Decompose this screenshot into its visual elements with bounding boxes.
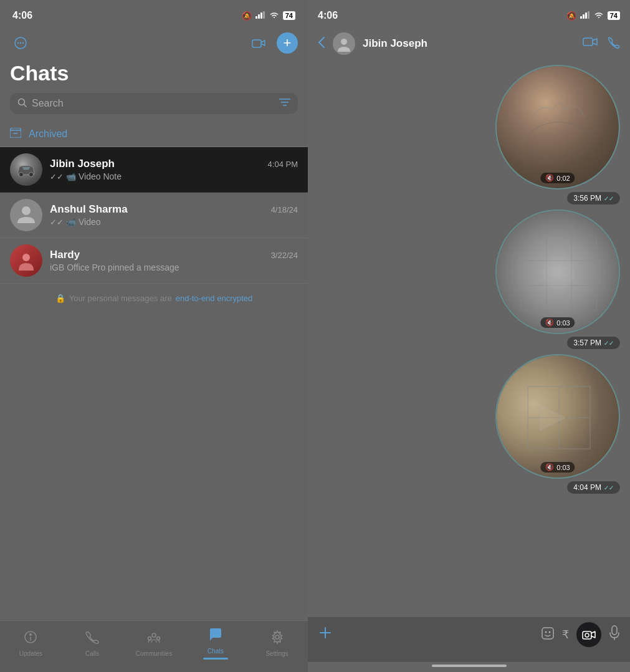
- video-note-3-circle[interactable]: 🔇 0:03: [495, 354, 620, 479]
- right-panel: 4:06 🔕 74: [308, 0, 630, 672]
- chat-name-hardy: Hardy: [50, 249, 80, 261]
- svg-point-15: [19, 173, 24, 177]
- avatar-anshul: [10, 199, 42, 231]
- tab-communities[interactable]: Communities: [123, 630, 185, 657]
- svg-point-7: [22, 42, 24, 44]
- video-note-3-content: [497, 355, 619, 478]
- messages-area: 🔇 0:02 3:56 PM ✓✓: [308, 60, 630, 617]
- chat-time-anshul: 4/18/24: [271, 205, 298, 214]
- chats-label: Chats: [208, 648, 224, 655]
- muted-icon-2: 🔇: [545, 319, 554, 327]
- svg-point-53: [549, 631, 551, 633]
- chat-header-jibin: Jibin Joseph 4:04 PM: [50, 158, 298, 170]
- svg-point-23: [148, 637, 151, 640]
- mic-button[interactable]: [609, 625, 620, 644]
- double-check-anshul: ✓✓: [50, 218, 64, 227]
- svg-point-33: [528, 122, 590, 160]
- chat-preview-jibin: ✓✓ 📹 Video Note: [50, 171, 298, 181]
- video-note-2-circle[interactable]: 🔇 0:03: [495, 209, 620, 334]
- video-note-1-circle[interactable]: 🔇 0:02: [495, 65, 620, 190]
- svg-rect-13: [10, 130, 21, 138]
- encryption-notice: 🔒 Your personal messages are end-to-end …: [0, 284, 308, 313]
- voice-call-button[interactable]: [608, 36, 620, 52]
- svg-point-18: [22, 254, 30, 261]
- filter-icon[interactable]: [279, 98, 290, 109]
- chat-name-jibin: Jibin Joseph: [50, 158, 115, 170]
- muted-badge-3: 🔇 0:03: [540, 462, 575, 473]
- sticker-button[interactable]: [541, 626, 555, 643]
- svg-rect-26: [580, 16, 582, 19]
- svg-point-42: [543, 257, 575, 289]
- tab-settings[interactable]: Settings: [246, 630, 308, 657]
- input-add-button[interactable]: [318, 625, 333, 644]
- chat-item-hardy[interactable]: Hardy 3/22/24 iGB Office Pro pinned a me…: [0, 238, 308, 284]
- duration-1: 0:02: [556, 175, 570, 182]
- status-icons-right: 🔕 74: [566, 11, 620, 21]
- archived-label: Archived: [29, 128, 67, 140]
- svg-rect-8: [252, 40, 261, 47]
- camera-button[interactable]: [248, 32, 269, 54]
- svg-point-6: [20, 42, 21, 44]
- checks-2: ✓✓: [604, 340, 614, 347]
- preview-text-jibin: Video Note: [79, 171, 122, 181]
- header-actions: [583, 36, 620, 52]
- avatar-anshul-image: [15, 202, 37, 229]
- avatar-hardy: [10, 244, 42, 277]
- rupee-button[interactable]: ₹: [562, 628, 569, 641]
- message-3: 🔇 0:03 4:04 PM ✓✓: [495, 354, 620, 494]
- svg-rect-2: [260, 12, 262, 19]
- svg-rect-29: [588, 11, 589, 19]
- svg-point-55: [585, 633, 589, 637]
- settings-icon: [270, 630, 285, 648]
- video-call-button[interactable]: [583, 36, 598, 52]
- time-bubble-2: 3:57 PM ✓✓: [567, 337, 620, 349]
- search-placeholder: Search: [32, 98, 269, 109]
- signal-icon-right: [580, 11, 590, 21]
- signal-icon-left: [255, 11, 265, 21]
- svg-rect-1: [258, 14, 260, 19]
- new-chat-button[interactable]: +: [277, 32, 298, 54]
- tab-updates[interactable]: Updates: [0, 630, 62, 657]
- svg-point-25: [275, 635, 279, 639]
- double-check-jibin: ✓✓: [50, 172, 64, 181]
- chat-header: Jibin Joseph: [308, 27, 630, 60]
- menu-button[interactable]: [10, 32, 31, 54]
- svg-rect-27: [583, 14, 585, 19]
- updates-icon: [23, 630, 38, 648]
- muted-icon-3: 🔇: [545, 463, 554, 471]
- checks-3: ✓✓: [604, 484, 614, 491]
- preview-text-hardy: iGB Office Pro pinned a message: [50, 262, 179, 272]
- header-name[interactable]: Jibin Joseph: [363, 37, 575, 50]
- search-bar[interactable]: Search: [10, 93, 298, 114]
- bottom-tab-bar: Updates Calls Communities: [0, 620, 308, 672]
- video-note-1-background: [497, 66, 619, 188]
- tab-chats[interactable]: Chats: [184, 627, 246, 660]
- tab-calls[interactable]: Calls: [62, 630, 123, 657]
- duration-3: 0:03: [556, 464, 570, 471]
- encryption-link[interactable]: end-to-end encrypted: [176, 294, 253, 303]
- calls-label: Calls: [85, 650, 99, 657]
- chat-item-anshul[interactable]: Anshul Sharma 4/18/24 ✓✓ 📹 Video: [0, 193, 308, 238]
- communities-icon: [146, 630, 161, 648]
- time-1: 3:56 PM: [573, 194, 601, 203]
- message-2: 🔇 0:03 3:57 PM ✓✓: [495, 209, 620, 349]
- camera-capture-button[interactable]: [576, 622, 601, 647]
- search-icon: [17, 98, 27, 109]
- chat-item-jibin[interactable]: Jibin Joseph 4:04 PM ✓✓ 📹 Video Note: [0, 147, 308, 193]
- page-title: Chats: [0, 59, 308, 93]
- header-avatar: [333, 32, 355, 55]
- avatar-hardy-image: [10, 244, 42, 277]
- muted-badge-1: 🔇 0:02: [540, 173, 575, 183]
- svg-point-52: [545, 631, 547, 633]
- svg-point-24: [156, 637, 160, 640]
- avatar-jibin: [10, 153, 42, 186]
- svg-rect-0: [255, 16, 257, 19]
- svg-rect-51: [542, 628, 553, 639]
- video-icon-jibin: 📹: [66, 172, 76, 181]
- message-1: 🔇 0:02 3:56 PM ✓✓: [495, 65, 620, 204]
- chats-icon: [208, 627, 223, 646]
- video-icon-anshul: 📹: [66, 218, 76, 227]
- left-panel: 4:06 🔕 74: [0, 0, 308, 672]
- archived-row[interactable]: Archived: [0, 122, 308, 147]
- back-button[interactable]: [318, 36, 325, 52]
